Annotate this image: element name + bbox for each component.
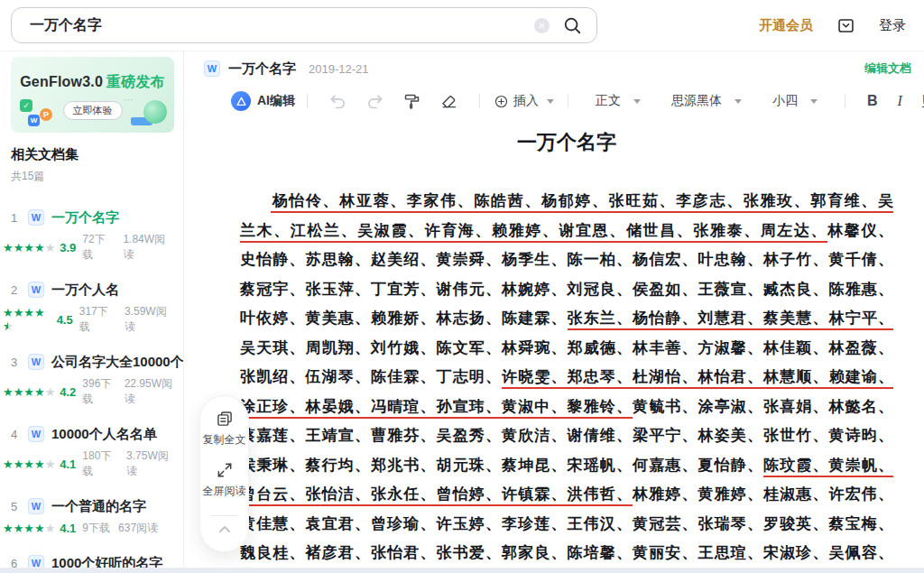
collection-folder-icon[interactable]	[836, 16, 855, 35]
reads-count: 22.95W阅读	[125, 376, 174, 407]
chevron-down-icon	[810, 99, 818, 104]
redo-icon[interactable]	[365, 92, 384, 111]
style-value: 正文	[596, 93, 621, 109]
doc-index: 1	[11, 211, 22, 225]
try-now-button[interactable]: 立即体验	[63, 101, 123, 120]
doc-index: 6	[11, 557, 22, 568]
star-icon: ★	[3, 522, 14, 535]
star-icon: ★	[14, 306, 24, 319]
list-item[interactable]: 5W一个普通的名字★★★★★4.19下载637阅读	[11, 496, 174, 536]
star-icon: ★	[45, 457, 56, 471]
list-item[interactable]: 4W10000个人名名单★★★★★4.1180下载3.75W阅读	[11, 424, 174, 479]
word-doc-icon: W	[28, 209, 44, 226]
chevron-down-icon	[735, 99, 742, 104]
page-title: 一万个名字	[240, 129, 893, 156]
names-line: 张凯绍、伍湖琴、陈佳霖、丁志明、许晓雯、郑忠琴、杜湖怡、林怡君、林慧顺、赖建谕、	[240, 363, 893, 393]
star-icon: ★	[3, 241, 14, 254]
star-icon: ★	[3, 385, 14, 399]
fullscreen-read-button[interactable]: 全屏阅读	[203, 484, 246, 499]
rating-value: 4.5	[57, 313, 73, 327]
copy-full-text-button[interactable]: 复制全文	[203, 432, 246, 448]
doc-item-title[interactable]: 10000个人名名单	[51, 426, 157, 443]
related-doc-list: 1W一万个名字★★★★★3.972下载1.84W阅读2W一万个人名★★★★★★4…	[11, 208, 174, 568]
names-segment: 黄佳慧、袁宜君、曾珍瑜、许玉婷、李珍莲、王伟汉、黄冠芸、张瑞琴、罗骏英、蔡宝梅、	[240, 515, 893, 532]
names-line: 杨怡伶、林亚蓉、李家伟、陈皓茜、杨郁婷、张旺茹、李彦志、张雅玫、郭育维、吴	[240, 187, 893, 217]
names-segment: 吴天琪、周凯翔、刘竹娥、陈文军、林舜琬、郑威德、林丰善、方淑馨、林佳颖、林盈薇、	[240, 339, 893, 356]
doc-item-title-row: 5W一个普通的名字	[11, 496, 174, 516]
downloads-count: 396下载	[82, 376, 116, 407]
copy-icon[interactable]	[216, 410, 234, 428]
rating-value: 4.1	[60, 522, 76, 535]
floating-tool-panel: 复制全文 全屏阅读	[199, 395, 249, 552]
star-icon: ★	[14, 457, 24, 471]
names-line: 兰木、江松兰、吴淑霞、许育海、赖雅婷、谢宜恩、储世昌、张雅泰、周左达、林馨仪、	[240, 217, 893, 246]
app-window: ✕ 开通会员 登录 GenFlow3.0重磅发布 ✓ P W 立即体验 ⋯	[0, 0, 924, 573]
search-box[interactable]: ✕	[11, 7, 597, 43]
doc-item-stats: ★★★★★★4.5317下载3.59W阅读	[3, 304, 174, 335]
reads-count: 3.75W阅读	[126, 448, 174, 479]
list-item[interactable]: 3W公司名字大全10000个★★★★★4.2396下载22.95W阅读	[11, 352, 174, 407]
insert-button[interactable]: 插入	[494, 93, 554, 109]
ppt-app-icon: P	[40, 108, 52, 121]
document-body: 杨怡伶、林亚蓉、李家伟、陈皓茜、杨郁婷、张旺茹、李彦志、张雅玫、郭育维、吴兰木、…	[240, 187, 893, 568]
search-icon[interactable]	[562, 15, 582, 35]
open-vip-link[interactable]: 开通会员	[759, 17, 813, 34]
star-icon: ★	[45, 241, 56, 254]
doc-item-title[interactable]: 一万个人名	[51, 282, 119, 299]
list-item[interactable]: 2W一万个人名★★★★★★4.5317下载3.59W阅读	[11, 280, 174, 335]
doc-item-title-row: 2W一万个人名	[11, 280, 174, 300]
related-docs-title: 相关文档集	[11, 146, 174, 163]
word-doc-icon: W	[28, 282, 44, 298]
star-icon: ★	[3, 306, 14, 319]
word-doc-icon: W	[28, 426, 44, 442]
font-value: 思源黑体	[671, 93, 722, 109]
star-icon: ★	[23, 522, 34, 535]
star-rating: ★★★★★	[3, 241, 55, 254]
doc-index: 3	[11, 356, 22, 369]
eraser-icon[interactable]	[439, 92, 458, 111]
chevron-up-icon[interactable]	[218, 524, 231, 533]
names-segment: 林雅婷、黄雅婷、桂淑惠、许宏伟、	[633, 485, 893, 503]
star-rating: ★★★★★★	[3, 306, 52, 333]
list-item[interactable]: 6W1000个好听的名字★★★★★4.8205下载7.37W阅读	[11, 553, 174, 568]
undo-icon[interactable]	[328, 92, 347, 111]
login-link[interactable]: 登录	[879, 17, 906, 34]
names-segment: 魏良桂、褚彦君、张怡君、张书爱、郭家良、陈培馨、黄丽安、王思瑄、宋淑珍、吴佩容、	[240, 544, 893, 561]
doc-item-title[interactable]: 一万个名字	[51, 209, 119, 226]
reads-count: 637阅读	[118, 521, 158, 536]
list-item[interactable]: 1W一万个名字★★★★★3.972下载1.84W阅读	[11, 208, 174, 263]
panel-divider	[211, 515, 238, 516]
italic-button[interactable]: I	[898, 93, 902, 109]
reads-count: 1.84W阅读	[123, 232, 174, 263]
main-area: W 一万个名字 2019-12-21 编辑文档 AI编辑	[184, 51, 924, 568]
genflow-banner[interactable]: GenFlow3.0重磅发布 ✓ P W 立即体验 ⋯	[11, 57, 174, 133]
bottom-strip	[0, 568, 924, 573]
star-rating: ★★★★★	[3, 385, 55, 399]
edit-document-link[interactable]: 编辑文档	[864, 60, 911, 77]
downloads-count: 317下载	[79, 304, 116, 335]
doc-item-title[interactable]: 一个普通的名字	[51, 498, 146, 515]
doc-item-title[interactable]: 公司名字大全10000个	[51, 354, 184, 371]
star-icon: ★	[34, 522, 45, 535]
star-icon: ★	[14, 522, 24, 535]
sidebar: GenFlow3.0重磅发布 ✓ P W 立即体验 ⋯ 相关文档集 共15篇 1…	[0, 51, 184, 568]
format-painter-icon[interactable]	[402, 92, 421, 111]
doc-item-title[interactable]: 1000个好听的名字	[51, 555, 162, 568]
document-date: 2019-12-21	[309, 62, 369, 76]
names-segment: 侯秉琳、蔡行均、郑兆书、胡元珠、蔡坤昆、宋瑶帆、何嘉惠、夏怡静、	[240, 457, 763, 474]
ai-edit-button[interactable]: AI编辑	[231, 91, 295, 111]
mascot-icon	[143, 100, 167, 124]
star-icon: ★	[45, 385, 56, 399]
paragraph-style-dropdown[interactable]: 正文	[596, 93, 641, 109]
doc-item-stats: ★★★★★4.2396下载22.95W阅读	[3, 376, 174, 407]
search-input[interactable]	[12, 17, 534, 33]
clear-search-icon[interactable]: ✕	[534, 18, 550, 33]
doc-item-stats: ★★★★★3.972下载1.84W阅读	[3, 232, 174, 263]
font-family-dropdown[interactable]: 思源黑体	[671, 93, 742, 109]
fullscreen-icon[interactable]	[216, 461, 234, 479]
names-segment: 张凯绍、伍湖琴、陈佳霖、丁志明、	[240, 368, 502, 385]
banner-title: GenFlow3.0重磅发布	[11, 57, 174, 92]
font-size-dropdown[interactable]: 小四	[772, 93, 818, 109]
bold-button[interactable]: B	[867, 93, 878, 109]
rating-value: 3.9	[60, 241, 76, 254]
